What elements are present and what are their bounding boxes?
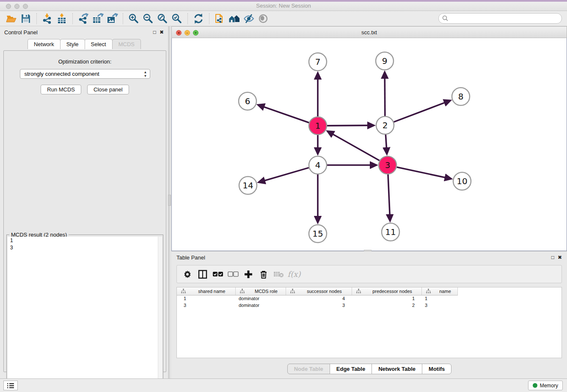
import-table-icon[interactable] xyxy=(55,12,69,25)
memory-button[interactable]: Memory xyxy=(528,381,563,390)
control-tab-mcds[interactable]: MCDS xyxy=(112,39,141,49)
column-header-MCDS-role[interactable]: MCDS role xyxy=(235,287,286,295)
table-settings-icon[interactable] xyxy=(181,268,194,281)
close-panel-icon[interactable]: ✖ xyxy=(160,30,164,35)
export-image-icon[interactable] xyxy=(105,12,119,25)
mcds-panel: Optimization criterion: strongly connect… xyxy=(3,50,166,372)
column-header-predecessor-nodes[interactable]: predecessor nodes xyxy=(352,287,421,295)
task-history-button[interactable] xyxy=(3,381,18,390)
cell-predecessor-nodes[interactable]: 2 xyxy=(352,302,421,309)
cell-successor-nodes[interactable]: 4 xyxy=(286,295,352,302)
show-hide-icon[interactable] xyxy=(242,12,256,25)
node-label-9: 9 xyxy=(382,56,388,66)
tab-motifs[interactable]: Motifs xyxy=(422,364,451,374)
column-header-shared-name[interactable]: shared name xyxy=(177,287,235,295)
import-network-icon[interactable] xyxy=(40,12,55,25)
cell-name[interactable]: 1 xyxy=(421,295,457,302)
tab-edge-table[interactable]: Edge Table xyxy=(330,364,372,374)
function-builder-icon: f(x) xyxy=(288,268,300,281)
network-window-titlebar[interactable]: ✕ − + scc.txt xyxy=(171,26,567,38)
titlebar-accent-strip xyxy=(0,0,567,2)
float-panel-icon[interactable]: □ xyxy=(551,255,554,260)
zoom-in-icon[interactable] xyxy=(127,12,141,25)
control-tab-network[interactable]: Network xyxy=(28,39,61,49)
column-header-successor-nodes[interactable]: successor nodes xyxy=(286,287,352,295)
zoom-fit-icon[interactable] xyxy=(155,12,170,25)
edge-3-11[interactable] xyxy=(388,174,390,221)
edge-3-1[interactable] xyxy=(328,131,380,160)
control-tab-select[interactable]: Select xyxy=(85,39,113,49)
tab-network-table[interactable]: Network Table xyxy=(372,364,422,374)
node-label-7: 7 xyxy=(315,57,321,67)
home-icon[interactable] xyxy=(227,12,242,25)
node-table[interactable]: shared nameMCDS rolesuccessor nodesprede… xyxy=(176,287,562,358)
toolbar-separator xyxy=(209,13,209,24)
status-bar: Memory xyxy=(0,378,567,392)
edge-2-9[interactable] xyxy=(385,72,385,116)
cell-name[interactable]: 3 xyxy=(421,302,457,309)
close-panel-button[interactable]: Close panel xyxy=(87,85,129,94)
optimization-criterion-select[interactable]: strongly connected component ▲▼ xyxy=(20,69,150,79)
export-network-icon[interactable] xyxy=(76,12,91,25)
save-session-icon[interactable] xyxy=(19,12,33,25)
toolbar-separator xyxy=(36,13,37,24)
zoom-out-icon[interactable] xyxy=(141,12,155,25)
deselect-all-icon[interactable] xyxy=(227,268,239,281)
add-column-icon[interactable] xyxy=(242,268,255,281)
zoom-selected-icon[interactable] xyxy=(170,12,184,25)
table-row[interactable]: 3dominator323 xyxy=(177,302,457,309)
search-input[interactable] xyxy=(449,14,561,23)
edge-2-3[interactable] xyxy=(385,135,387,154)
edge-4-14[interactable] xyxy=(259,168,309,182)
toolbar-search xyxy=(438,13,562,24)
toolbar-separator xyxy=(72,13,73,24)
mcds-result-text[interactable]: 1 3 xyxy=(8,237,158,392)
open-session-icon[interactable] xyxy=(4,12,19,25)
edge-3-10[interactable] xyxy=(397,167,451,179)
node-label-2: 2 xyxy=(383,120,388,130)
optimization-criterion-label: Optimization criterion: xyxy=(4,58,166,65)
node-label-6: 6 xyxy=(245,96,250,106)
node-label-10: 10 xyxy=(457,176,467,186)
column-panel-icon[interactable] xyxy=(196,268,209,281)
preview-eye-icon[interactable] xyxy=(256,12,270,25)
export-table-icon[interactable] xyxy=(91,12,105,25)
edge-1-2[interactable] xyxy=(327,125,374,126)
apply-layout-icon[interactable] xyxy=(191,12,206,25)
control-panel-title: Control Panel xyxy=(4,29,153,36)
select-stepper-icon: ▲▼ xyxy=(144,70,147,78)
mcds-result-scrollbar[interactable] xyxy=(158,237,162,392)
cell-shared-name[interactable]: 3 xyxy=(177,302,235,309)
network-canvas[interactable]: 7968124314101511 xyxy=(171,38,567,251)
node-label-15: 15 xyxy=(312,229,323,239)
cell-shared-name[interactable]: 1 xyxy=(177,295,235,302)
cell-successor-nodes[interactable]: 3 xyxy=(286,302,352,309)
close-panel-icon[interactable]: ✖ xyxy=(558,255,562,260)
table-row[interactable]: 1dominator411 xyxy=(177,295,457,302)
delete-column-icon[interactable] xyxy=(257,268,270,281)
mcds-result-box: MCDS result (2 nodes) 1 3 xyxy=(6,235,163,392)
node-label-8: 8 xyxy=(458,91,464,102)
new-network-icon[interactable] xyxy=(213,12,227,25)
cell-MCDS-role[interactable]: dominator xyxy=(235,295,286,302)
node-label-1: 1 xyxy=(315,121,321,131)
delete-table-icon xyxy=(272,268,285,281)
splitter-handle[interactable] xyxy=(168,195,171,206)
run-mcds-button[interactable]: Run MCDS xyxy=(41,85,81,94)
cell-predecessor-nodes[interactable]: 1 xyxy=(352,295,421,302)
edge-1-6[interactable] xyxy=(258,105,309,123)
table-tabs: Node TableEdge TableNetwork TableMotifs xyxy=(171,364,567,374)
control-tab-style[interactable]: Style xyxy=(60,39,85,49)
edge-2-8[interactable] xyxy=(394,101,450,122)
network-view-window: ✕ − + scc.txt 7968124314101511 xyxy=(171,26,567,251)
node-label-3: 3 xyxy=(385,160,391,170)
main-toolbar xyxy=(0,11,567,26)
float-panel-icon[interactable]: □ xyxy=(153,30,156,35)
control-panel: Control Panel □ ✖ NetworkStyleSelectMCDS… xyxy=(0,26,170,378)
node-label-11: 11 xyxy=(385,227,396,237)
node-label-4: 4 xyxy=(315,160,321,170)
cell-MCDS-role[interactable]: dominator xyxy=(235,302,286,309)
tab-node-table[interactable]: Node Table xyxy=(287,364,330,374)
select-all-icon[interactable] xyxy=(212,268,224,281)
column-header-name[interactable]: name xyxy=(421,287,457,295)
